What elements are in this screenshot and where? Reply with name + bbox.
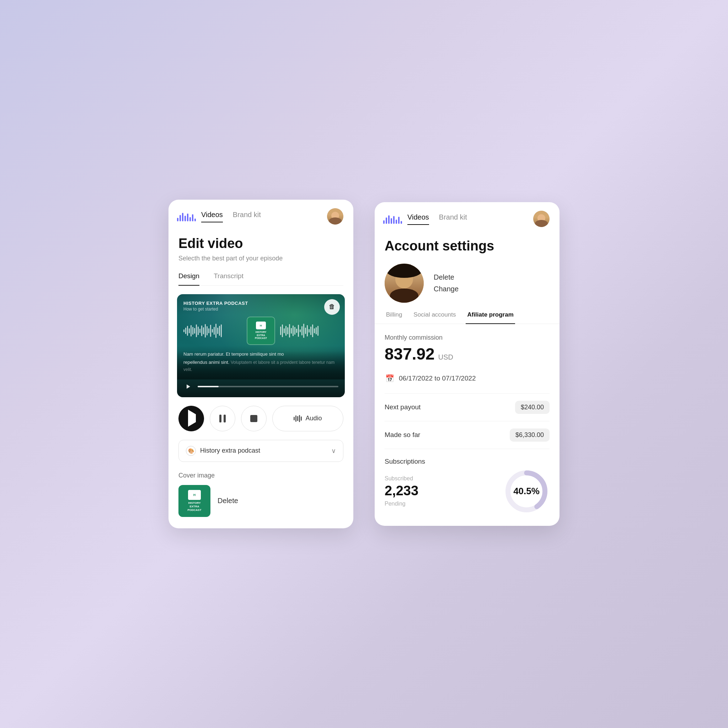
date-row: 📅 06/17/2022 to 07/17/2022 (385, 373, 550, 383)
left-top-nav: Videos Brand kit (169, 200, 353, 225)
right-nav-tabs: Videos Brand kit (408, 213, 526, 225)
cover-logo: H (188, 490, 201, 500)
audio-btn-content: Audio (273, 414, 343, 422)
podcast-thumbnail: H HISTORYEXTRAPODCAST (247, 317, 275, 345)
waveform-right (280, 324, 339, 338)
commission-currency: USD (438, 353, 453, 361)
left-tab-brandkit[interactable]: Brand kit (233, 211, 261, 222)
right-top-nav: Videos Brand kit (375, 202, 559, 227)
made-so-far-label: Made so far (385, 431, 420, 439)
caption-normal-text: repellendus animi sint. (184, 359, 229, 365)
cover-row: H HISTORYEXTRAPODCAST Delete (178, 485, 343, 517)
palette-icon: 🎨 (186, 446, 196, 456)
right-panel: Videos Brand kit Account settings Delete… (375, 202, 559, 526)
profile-avatar (385, 264, 424, 303)
video-podcast-sub: How to get started (184, 307, 339, 312)
avatar-face (385, 264, 424, 303)
tab-design[interactable]: Design (178, 272, 199, 286)
delete-photo-button[interactable]: Delete (434, 273, 458, 281)
stop-icon (250, 415, 257, 422)
subs-left: Subscribed 2,233 Pending (385, 476, 418, 507)
left-panel: Videos Brand kit Edit video Selecth the … (169, 200, 353, 528)
logo-icon (178, 210, 194, 223)
cover-delete-link[interactable]: Delete (218, 497, 238, 505)
left-avatar[interactable] (327, 208, 343, 225)
subs-title: Subscriptions (385, 457, 550, 465)
made-so-far-row: Made so far $6,330.00 (385, 421, 550, 449)
cover-thumb-text: HISTORYEXTRAPODCAST (187, 501, 201, 512)
content-tabs: Design Transcript (178, 272, 343, 286)
progress-track[interactable] (198, 386, 339, 387)
made-so-far-value: $6,330.00 (510, 428, 550, 442)
commission-number: 837.92 (385, 344, 435, 364)
pause-button[interactable] (210, 406, 235, 431)
left-tab-videos[interactable]: Videos (201, 211, 223, 222)
hat-shape (386, 264, 422, 278)
pending-label: Pending (385, 501, 418, 507)
cover-title: Cover image (178, 472, 343, 479)
cover-section: Cover image H HISTORYEXTRAPODCAST Delete (169, 462, 353, 517)
podcast-dropdown[interactable]: 🎨 History extra podcast ∨ (178, 440, 343, 462)
right-logo-icon (385, 213, 400, 225)
date-range: 06/17/2022 to 07/17/2022 (399, 375, 476, 382)
audio-button[interactable]: Audio (272, 406, 343, 431)
donut-chart: 40.5% (503, 468, 550, 514)
tab-affiliate[interactable]: Afiliate program (466, 311, 515, 324)
next-payout-row: Next payout $240.00 (385, 393, 550, 421)
profile-section: Delete Change (375, 264, 559, 311)
chevron-down-icon: ∨ (331, 447, 336, 455)
account-title: Account settings (375, 227, 559, 264)
next-payout-label: Next payout (385, 403, 420, 411)
affiliate-content: Monthly commission 837.92 USD 📅 06/17/20… (375, 334, 559, 514)
stop-button[interactable] (241, 406, 267, 431)
tab-transcript[interactable]: Transcript (214, 272, 244, 286)
waveform-left (184, 324, 242, 338)
dropdown-label: History extra podcast (200, 447, 327, 454)
commission-label: Monthly commission (385, 334, 550, 341)
change-photo-button[interactable]: Change (434, 285, 458, 293)
right-tab-brandkit[interactable]: Brand kit (439, 213, 467, 225)
profile-actions: Delete Change (434, 273, 458, 293)
account-tabs: Billing Social accounts Afiliate program (375, 311, 559, 324)
play-button[interactable] (178, 406, 204, 431)
next-payout-value: $240.00 (515, 401, 550, 414)
edit-section: Edit video Selecth the best part of your… (169, 225, 353, 397)
video-caption-bold: Nam rerum pariatur. Et tempore similique… (184, 351, 339, 358)
pause-icon (219, 414, 226, 422)
video-preview: 🗑 History Extra Podcast How to get start… (177, 294, 345, 397)
dropdown-section: 🎨 History extra podcast ∨ (169, 431, 353, 462)
commission-amount-row: 837.92 USD (385, 344, 550, 364)
progress-fill (198, 386, 219, 387)
edit-title: Edit video (178, 236, 343, 251)
thumb-text: HISTORYEXTRAPODCAST (255, 331, 267, 340)
subscriptions-section: Subscriptions Subscribed 2,233 Pending 4… (385, 449, 550, 514)
waveform-row: H HISTORYEXTRAPODCAST (184, 317, 339, 345)
tab-social[interactable]: Social accounts (412, 311, 457, 324)
donut-percent-label: 40.5% (513, 486, 539, 497)
subs-row: Subscribed 2,233 Pending 40.5% (385, 468, 550, 514)
left-nav-tabs: Videos Brand kit (201, 211, 320, 222)
right-avatar[interactable] (533, 211, 550, 227)
subscribed-label: Subscribed (385, 476, 418, 482)
video-progress-row (184, 382, 339, 392)
audio-wave-icon (294, 415, 302, 422)
cover-thumbnail: H HISTORYEXTRAPODCAST (178, 485, 210, 517)
tab-billing[interactable]: Billing (385, 311, 403, 324)
video-mini-play[interactable] (184, 382, 193, 392)
controls-row: Audio (169, 397, 353, 431)
edit-subtitle: Selecth the best part of your episode (178, 255, 343, 262)
video-caption-normal: repellendus animi sint. Voluptatem et la… (184, 359, 339, 373)
thumb-logo: H (256, 321, 266, 329)
right-tab-videos[interactable]: Videos (408, 213, 429, 225)
play-icon (187, 414, 196, 422)
audio-label: Audio (305, 414, 322, 422)
video-podcast-title: History Extra Podcast (184, 301, 339, 306)
subscribed-count: 2,233 (385, 483, 418, 499)
calendar-icon: 📅 (385, 373, 395, 383)
